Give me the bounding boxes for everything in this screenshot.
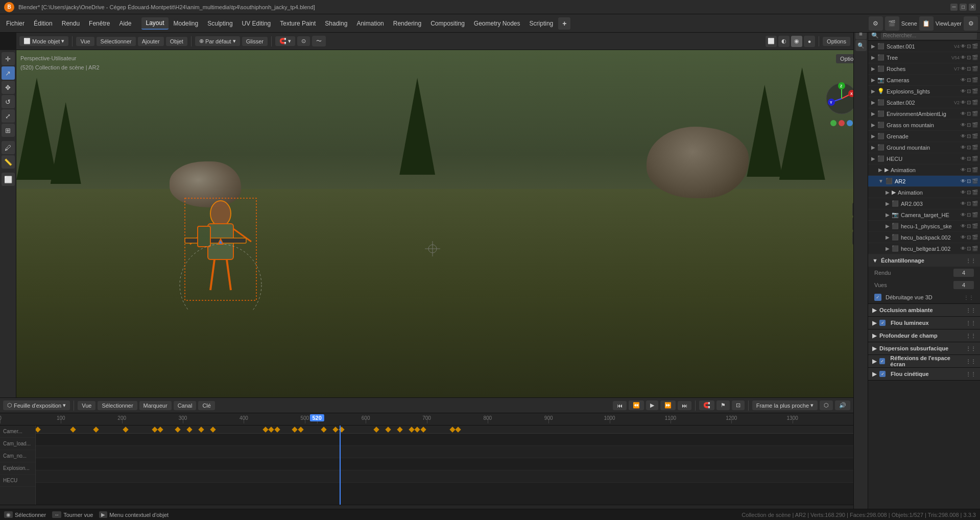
select-tool[interactable]: ↗ bbox=[2, 66, 15, 80]
workspace-layout[interactable]: Layout bbox=[141, 17, 168, 30]
outliner-item[interactable]: ▶⬛RochesV7👁⊡🎬 bbox=[868, 63, 980, 75]
orientation-selector[interactable]: ⊕ Par défaut ▾ bbox=[195, 36, 240, 46]
occlusion-options[interactable]: ⋮⋮ bbox=[966, 308, 976, 313]
timeline-select-menu[interactable]: Sélectionner bbox=[98, 401, 137, 410]
material-shading[interactable]: ◉ bbox=[791, 36, 802, 47]
outliner-item[interactable]: ▶⬛AR2.003👁⊡🎬 bbox=[868, 198, 980, 209]
sampling-options-icon[interactable]: ⋮⋮ bbox=[966, 258, 976, 264]
debruitage-options[interactable]: ⋮⋮ bbox=[964, 295, 974, 300]
measure-tool[interactable]: 📏 bbox=[2, 155, 15, 169]
outliner-item[interactable]: ▶⬛hecu_beltgear1.002👁⊡🎬 bbox=[868, 243, 980, 254]
timeline-audio-icon[interactable]: 🔊 bbox=[835, 400, 850, 410]
outliner-item[interactable]: ▶📷Camera_target_HE👁⊡🎬 bbox=[868, 209, 980, 221]
outliner-item[interactable]: ▶▶Animation👁⊡🎬 bbox=[868, 187, 980, 198]
move-tool[interactable]: ✥ bbox=[2, 81, 15, 94]
timeline-content[interactable] bbox=[36, 426, 853, 505]
mode-selector[interactable]: ⬜ Mode objet ▾ bbox=[19, 36, 68, 46]
sampling-header[interactable]: ▼ Échantillonnage ⋮⋮ bbox=[868, 254, 980, 267]
timeline-display-icon[interactable]: ⬡ bbox=[820, 400, 833, 410]
gizmo-red-dot[interactable] bbox=[839, 120, 845, 126]
gizmo-green-dot[interactable] bbox=[830, 120, 836, 126]
reflexions-options[interactable]: ⋮⋮ bbox=[966, 359, 976, 364]
view-menu[interactable]: Vue bbox=[76, 37, 94, 46]
flou-header[interactable]: ▶ ✓ Flou lumineux ⋮⋮ bbox=[868, 317, 980, 329]
transform-tool[interactable]: ⊞ bbox=[2, 124, 15, 137]
outliner-item[interactable]: ▶💡Explosions_lights👁⊡🎬 bbox=[868, 86, 980, 97]
scene-settings-icon[interactable]: ⚙ bbox=[869, 16, 883, 31]
reflexions-checkbox[interactable]: ✓ bbox=[879, 358, 885, 364]
outliner-item[interactable]: ▶▶Animation👁⊡🎬 bbox=[868, 164, 980, 176]
menu-fichier[interactable]: Fichier bbox=[2, 18, 29, 29]
workspace-compositing[interactable]: Compositing bbox=[426, 18, 469, 29]
flou-cine-header[interactable]: ▶ ✓ Flou cinétique ⋮⋮ bbox=[868, 368, 980, 380]
menu-aide[interactable]: Aide bbox=[115, 18, 135, 29]
cursor-tool[interactable]: ✛ bbox=[2, 52, 15, 65]
box-select-tool[interactable]: ⬜ bbox=[2, 173, 15, 186]
object-menu[interactable]: Objet bbox=[166, 37, 187, 46]
profondeur-header[interactable]: ▶ Profondeur de champ ⋮⋮ bbox=[868, 329, 980, 342]
outliner-item[interactable]: ▼⬛AR2👁⊡🎬 bbox=[868, 176, 980, 187]
viewport[interactable]: Perspective·Utilisateur (520) Collection… bbox=[16, 50, 868, 397]
timeline-filter-btn[interactable]: ⊡ bbox=[732, 400, 745, 410]
menu-rendu[interactable]: Rendu bbox=[58, 18, 84, 29]
outliner-item[interactable]: ▶⬛Scatter.002V2👁⊡🎬 bbox=[868, 97, 980, 108]
workspace-sculpting[interactable]: Sculpting bbox=[203, 18, 236, 29]
workspace-texturepaint[interactable]: Texture Paint bbox=[276, 18, 320, 29]
dispersion-header[interactable]: ▶ Dispersion subsurfacique ⋮⋮ bbox=[868, 342, 980, 354]
timeline-markers-btn[interactable]: ⚑ bbox=[716, 400, 730, 410]
play-prev-btn[interactable]: ⏪ bbox=[629, 400, 644, 410]
outliner-item[interactable]: ▶⬛Ground mountain👁⊡🎬 bbox=[868, 142, 980, 153]
outliner-search-icon[interactable]: 🔍 bbox=[855, 40, 867, 51]
proportional-editing[interactable]: ⊙ bbox=[297, 36, 310, 46]
outliner-item[interactable]: ▶⬛hecu_backpack.002👁⊡🎬 bbox=[868, 232, 980, 243]
flou-cine-options[interactable]: ⋮⋮ bbox=[966, 371, 976, 377]
pivot-selector[interactable]: Glisser bbox=[242, 37, 268, 46]
play-next-btn[interactable]: ⏩ bbox=[660, 400, 676, 410]
outliner-item[interactable]: ▶⬛TreeV54👁⊡🎬 bbox=[868, 52, 980, 63]
flou-options[interactable]: ⋮⋮ bbox=[966, 320, 976, 326]
reflexions-header[interactable]: ▶ ✓ Réflexions de l'espace écran ⋮⋮ bbox=[868, 355, 980, 367]
maximize-btn[interactable]: □ bbox=[960, 4, 967, 11]
profondeur-options[interactable]: ⋮⋮ bbox=[966, 333, 976, 339]
snap-toggle[interactable]: 🧲 bbox=[699, 400, 714, 410]
rotate-tool[interactable]: ↺ bbox=[2, 95, 15, 108]
workspace-modeling[interactable]: Modeling bbox=[170, 18, 203, 29]
vues-value[interactable]: 4 bbox=[953, 281, 974, 289]
rendered-shading[interactable]: ● bbox=[804, 36, 815, 47]
wireframe-shading[interactable]: ⬜ bbox=[766, 36, 777, 47]
outliner-item[interactable]: ▶⬛EnvironmentAmbientLig👁⊡🎬 bbox=[868, 108, 980, 120]
outliner-item[interactable]: ▶⬛Scatter.001V4👁⊡🎬 bbox=[868, 41, 980, 52]
viewport-options[interactable]: Options bbox=[823, 37, 850, 46]
outliner-item[interactable]: ▶📷Cameras👁⊡🎬 bbox=[868, 75, 980, 86]
timeline-view-menu[interactable]: Vue bbox=[78, 401, 95, 410]
annotate-tool[interactable]: 🖊 bbox=[2, 141, 15, 154]
workspace-scripting[interactable]: Scripting bbox=[525, 18, 558, 29]
outliner-item[interactable]: ▶⬛Grass on mountain👁⊡🎬 bbox=[868, 120, 980, 131]
scale-tool[interactable]: ⤢ bbox=[2, 109, 15, 123]
select-menu[interactable]: Sélectionner bbox=[97, 37, 136, 46]
rendu-value[interactable]: 4 bbox=[953, 269, 974, 277]
playback-mode-selector[interactable]: Frame la plus proche ▾ bbox=[752, 400, 818, 410]
menu-fenetre[interactable]: Fenêtre bbox=[85, 18, 114, 29]
gizmo-blue-dot[interactable] bbox=[847, 120, 853, 126]
timeline-mode-selector[interactable]: ⬡ Feuille d'exposition ▾ bbox=[3, 400, 70, 410]
workspace-rendering[interactable]: Rendering bbox=[389, 18, 425, 29]
workspace-uvediting[interactable]: UV Editing bbox=[238, 18, 275, 29]
snap-selector[interactable]: 🧲 ▾ bbox=[275, 36, 295, 46]
flou-checkbox[interactable]: ✓ bbox=[879, 320, 886, 326]
play-btn[interactable]: ▶ bbox=[646, 400, 658, 410]
debruitage-checkbox[interactable]: ✓ bbox=[874, 294, 881, 301]
outliner-item[interactable]: ▶⬛HECU👁⊡🎬 bbox=[868, 153, 980, 164]
close-btn[interactable]: ✕ bbox=[969, 4, 976, 11]
current-frame-indicator[interactable]: 520 bbox=[309, 414, 324, 421]
timeline-channel-menu[interactable]: Canal bbox=[174, 401, 197, 410]
timeline-key-menu[interactable]: Clé bbox=[198, 401, 215, 410]
timeline-marker-menu[interactable]: Marqueur bbox=[139, 401, 172, 410]
occlusion-header[interactable]: ▶ Occlusion ambiante ⋮⋮ bbox=[868, 304, 980, 316]
outliner-item[interactable]: ▶⬛hecu-1_physics_ske👁⊡🎬 bbox=[868, 221, 980, 232]
menu-edition[interactable]: Édition bbox=[30, 18, 57, 29]
add-menu[interactable]: Ajouter bbox=[138, 37, 164, 46]
falloff-type[interactable]: 〜 bbox=[312, 36, 326, 46]
scene-icon[interactable]: 🎬 bbox=[885, 16, 899, 31]
minimize-btn[interactable]: ─ bbox=[950, 4, 958, 11]
